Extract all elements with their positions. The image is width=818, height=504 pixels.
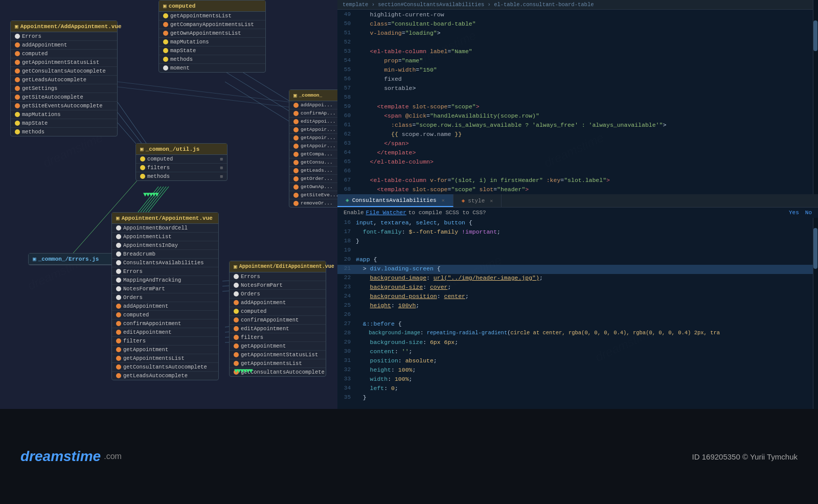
box-item: getAppoir...	[289, 142, 337, 150]
svg-line-6	[225, 82, 291, 123]
box-item: getLeadsAutocomplete	[11, 76, 117, 84]
box-item: getOrder...	[289, 175, 337, 183]
box-item: editAppointment	[230, 325, 326, 333]
yes-button[interactable]: Yes	[789, 210, 799, 216]
appointment-vue-box: ▣ Appointment/Appointment.vue Appointmen…	[111, 212, 219, 380]
box-item: removeOr...	[289, 199, 337, 207]
scss-code-area: 16 input, textarea, select, button { 17 …	[337, 218, 818, 409]
code-line: 61 :class="scope.row.is_always_available…	[337, 121, 818, 130]
code-line: 54 prop="name"	[337, 57, 818, 66]
code-line: 22 background-image: url("../img/header-…	[337, 274, 818, 283]
box-item: getCompa...	[289, 150, 337, 158]
add-appointment-box: ▣ Appointment/AddAppointment.vue Errors …	[10, 20, 118, 136]
code-line: 52	[337, 38, 818, 48]
box-item: getAppoir...	[289, 126, 337, 134]
bottom-bar: dreamstime .com ID 169205350 © Yurii Tym…	[0, 409, 818, 504]
bottom-scrollbar[interactable]	[813, 218, 818, 409]
css-icon: ◈	[462, 197, 465, 204]
box-item: addAppointment	[230, 299, 326, 307]
close-tab-icon[interactable]: ✕	[442, 197, 445, 203]
box-item: computed	[11, 50, 117, 58]
box-item: getAppointmentStatusList	[230, 351, 326, 359]
box-item: confirmAppointment	[230, 316, 326, 325]
common-errors-box: ▣ _common_/Errors.js	[28, 253, 120, 265]
box-item: getSiteEventsAutocomplete	[11, 102, 117, 110]
edit-appointment-header: ▣ Appointment/EditAppointment.vue	[230, 261, 326, 272]
svg-line-14	[118, 82, 291, 102]
code-line: 18 }	[337, 237, 818, 246]
top-middle-header: ▣ computed	[159, 1, 265, 12]
scrollbar-thumb[interactable]	[813, 20, 817, 51]
code-line: 34 left: 0;	[337, 384, 818, 394]
box-item: getOwnAp...	[289, 183, 337, 191]
code-line: 27 &::before {	[337, 320, 818, 329]
edit-appointment-box: ▣ Appointment/EditAppointment.vue Errors…	[229, 261, 326, 377]
box-item: Errors	[11, 32, 117, 41]
top-scrollbar[interactable]	[813, 0, 818, 194]
box-item: addAppoi...	[289, 101, 337, 109]
code-line: 16 input, textarea, select, button {	[337, 219, 818, 228]
box-item: getSiteAutocomplete	[11, 93, 117, 102]
file-watcher-bar: Enable File Watcher to compile SCSS to C…	[337, 208, 818, 218]
common-util-header: ▣ _common_/util.js	[136, 144, 227, 155]
top-breadcrumb: template › section#ConsultantsAvailabili…	[337, 0, 818, 10]
common-errors-header: ▣ _common_/Errors.js	[29, 254, 120, 265]
code-line: 25 height: 100vh;	[337, 302, 818, 311]
tab-consultants-availabilities[interactable]: ◈ ConsultantsAvailabilities ✕	[337, 194, 453, 207]
box-item: methods	[159, 55, 265, 64]
appointment-vue-header: ▣ Appointment/Appointment.vue	[112, 213, 218, 224]
arrows-indicator: ▲▲▲▲▲	[144, 191, 159, 198]
box-item: getAppointment	[112, 346, 218, 354]
no-button[interactable]: No	[805, 210, 812, 216]
code-line: 35 }	[337, 394, 818, 403]
file-watcher-link[interactable]: File Watcher	[366, 210, 406, 216]
box-item: editAppoi...	[289, 118, 337, 126]
box-item: mapMutations	[11, 110, 117, 119]
box-item: mapMutations	[159, 38, 265, 47]
box-item: Orders	[112, 293, 218, 302]
code-line: 26	[337, 311, 818, 320]
box-item: filters	[230, 333, 326, 342]
box-item: getLeads...	[289, 167, 337, 175]
code-line: 64 </template>	[337, 149, 818, 158]
box-item: methods⊞	[136, 172, 227, 180]
code-line: 50 class="consultant-board-table"	[337, 20, 818, 29]
box-item: AppointmentList	[112, 233, 218, 241]
code-line: 53 <el-table-column label="Name"	[337, 48, 818, 57]
code-line: 56 fixed	[337, 75, 818, 84]
image-credit: ID 169205350 © Yurii Tymchuk	[692, 452, 798, 461]
box-item: getConsultantsAutocomplete	[112, 363, 218, 372]
code-line: 57 sortable>	[337, 84, 818, 94]
code-line: 33 width: 100%;	[337, 375, 818, 384]
box-item: getCompanyAppointmentsList	[159, 20, 265, 29]
box-item: computed	[112, 311, 218, 319]
common-middle-header: ▣ _common_	[289, 90, 337, 101]
tab-style[interactable]: ◈ style ✕	[453, 194, 502, 207]
box-item: MappingAndTracking	[112, 276, 218, 285]
code-line: 62 {{ scope.row.name }}	[337, 130, 818, 140]
box-item: confirmAppointment	[112, 319, 218, 328]
code-line: 67 <el-table-column v-for="(slot, i) in …	[337, 176, 818, 186]
code-line: 32 height: 100%;	[337, 366, 818, 375]
code-line: 63 </span>	[337, 140, 818, 149]
code-line: 49 highlight-current-row	[337, 11, 818, 20]
svg-line-15	[118, 87, 291, 107]
dreamstime-logo: dreamstime .com	[20, 448, 122, 465]
code-line: 23 background-size: cover;	[337, 283, 818, 292]
code-line-highlighted: 21 > div.loading-screen {	[337, 265, 818, 274]
box-item: Errors	[230, 272, 326, 281]
box-item: editAppointment	[112, 328, 218, 337]
close-tab-icon-2[interactable]: ✕	[490, 198, 493, 204]
scrollbar-thumb-2[interactable]	[813, 228, 817, 269]
box-item: mapState	[11, 119, 117, 128]
box-item: Errors	[112, 267, 218, 276]
code-line: 59 <template slot-scope="scope">	[337, 103, 818, 112]
code-line: 24 background-position: center;	[337, 292, 818, 302]
box-item: methods	[11, 128, 117, 136]
left-panel: dreamstime dreamstime dreamstime ▣ Appoi…	[0, 0, 337, 409]
box-item: AppointmentBoardCell	[112, 224, 218, 233]
box-item: computed⊞	[136, 155, 227, 164]
box-item: Breadcrumb	[112, 250, 218, 259]
box-item: mapState	[159, 47, 265, 55]
code-line: 66	[337, 167, 818, 176]
